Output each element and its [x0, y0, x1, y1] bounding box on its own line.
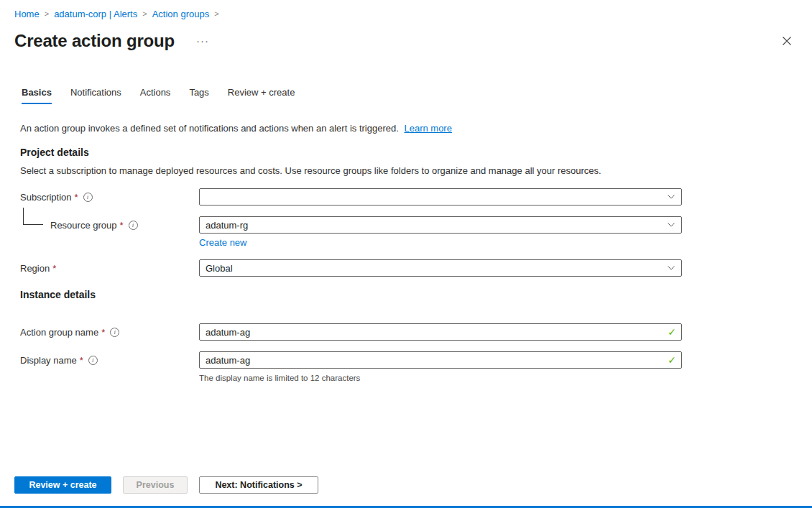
display-name-input-col: ✓ The display name is limited to 12 char… [199, 351, 682, 383]
info-icon[interactable]: i [129, 221, 138, 230]
subscription-input-col [199, 188, 682, 205]
display-name-field-row: Display name * i ✓ The display name is l… [20, 351, 798, 383]
tab-basics[interactable]: Basics [22, 87, 52, 104]
indent-connector [23, 208, 43, 225]
info-icon[interactable]: i [110, 328, 119, 337]
breadcrumb-action-groups[interactable]: Action groups [152, 9, 210, 19]
review-create-button[interactable]: Review + create [14, 476, 111, 494]
region-dropdown[interactable]: Global [199, 259, 682, 277]
breadcrumb-alerts[interactable]: adatum-corp | Alerts [54, 9, 137, 19]
valid-check-icon: ✓ [668, 326, 676, 338]
region-value: Global [206, 263, 233, 274]
required-marker: * [120, 220, 124, 231]
chevron-down-icon [667, 221, 675, 229]
breadcrumb: Home > adatum-corp | Alerts > Action gro… [14, 7, 798, 20]
create-new-link[interactable]: Create new [199, 237, 246, 248]
breadcrumb-separator-icon: > [142, 7, 147, 20]
more-options-icon[interactable]: ··· [196, 37, 209, 45]
page-header: Create action group ··· [14, 29, 798, 52]
project-details-form: Subscription * i Resource [20, 188, 798, 277]
action-group-name-input[interactable] [199, 323, 682, 341]
project-details-heading: Project details [20, 147, 798, 158]
display-name-helper-text: The display name is limited to 12 charac… [199, 373, 682, 383]
tab-tags[interactable]: Tags [189, 87, 208, 104]
resource-group-label-text: Resource group [50, 220, 117, 231]
create-action-group-page: Home > adatum-corp | Alerts > Action gro… [0, 0, 812, 508]
instance-details-form: Action group name * i ✓ Display name * i [20, 323, 798, 383]
chevron-down-icon [667, 264, 675, 272]
subscription-label: Subscription * i [20, 188, 199, 205]
subscription-dropdown[interactable] [199, 188, 682, 205]
chevron-down-icon [667, 193, 675, 201]
display-name-input[interactable] [199, 351, 682, 369]
resource-group-field-row: Resource group * i adatum-rg Create new [20, 216, 798, 249]
info-icon[interactable]: i [88, 356, 98, 365]
resource-group-label: Resource group * i [20, 216, 199, 234]
display-name-label-text: Display name [20, 355, 77, 366]
basics-tab-content: An action group invokes a defined set of… [20, 123, 798, 383]
previous-button[interactable]: Previous [123, 476, 188, 494]
action-group-name-field-row: Action group name * i ✓ [20, 323, 798, 341]
breadcrumb-separator-icon: > [45, 7, 49, 20]
tab-notifications[interactable]: Notifications [70, 87, 121, 104]
action-group-name-label: Action group name * i [20, 323, 199, 341]
subscription-label-text: Subscription [20, 192, 72, 203]
tab-review-create[interactable]: Review + create [228, 87, 295, 104]
close-x-glyph [782, 36, 792, 46]
required-marker: * [75, 192, 78, 203]
tab-actions[interactable]: Actions [140, 87, 171, 104]
tab-bar: Basics Notifications Actions Tags Review… [22, 87, 798, 104]
display-name-label: Display name * i [20, 351, 199, 369]
learn-more-link[interactable]: Learn more [404, 123, 451, 134]
required-marker: * [101, 327, 105, 338]
region-label-text: Region [20, 263, 50, 274]
region-input-col: Global [199, 259, 682, 277]
breadcrumb-separator-icon: > [214, 7, 218, 20]
breadcrumb-home[interactable]: Home [14, 9, 40, 19]
valid-check-icon: ✓ [668, 354, 676, 366]
page-title: Create action group [14, 31, 175, 51]
action-group-name-input-col: ✓ [199, 323, 682, 341]
subscription-field-row: Subscription * i [20, 188, 798, 205]
intro-description: An action group invokes a defined set of… [20, 123, 399, 134]
action-group-name-label-text: Action group name [20, 327, 98, 338]
required-marker: * [80, 355, 83, 366]
close-icon[interactable] [782, 36, 792, 46]
instance-details-heading: Instance details [20, 289, 798, 300]
project-details-description: Select a subscription to manage deployed… [20, 165, 798, 177]
next-notifications-button[interactable]: Next: Notifications > [199, 476, 318, 494]
footer-actions: Review + create Previous Next: Notificat… [14, 476, 318, 494]
intro-text: An action group invokes a defined set of… [20, 123, 798, 134]
required-marker: * [52, 263, 56, 274]
info-icon[interactable]: i [83, 193, 93, 202]
region-field-row: Region * Global [20, 259, 798, 277]
resource-group-dropdown[interactable]: adatum-rg [199, 216, 682, 234]
resource-group-input-col: adatum-rg Create new [199, 216, 682, 249]
resource-group-value: adatum-rg [206, 220, 248, 231]
region-label: Region * [20, 259, 199, 277]
